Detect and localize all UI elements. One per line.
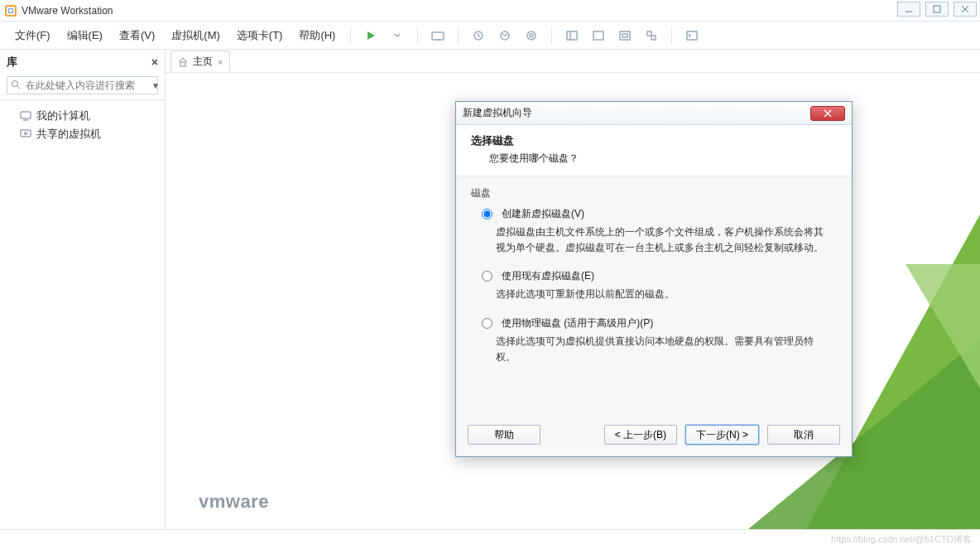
minimize-button[interactable] (897, 2, 920, 17)
radio-desc: 选择此选项可重新使用以前配置的磁盘。 (471, 285, 837, 314)
menu-help[interactable]: 帮助(H) (292, 25, 342, 46)
view-single-icon[interactable] (589, 26, 608, 45)
svg-line-9 (478, 36, 480, 37)
menu-vm[interactable]: 虚拟机(M) (165, 25, 227, 46)
app-logo-icon (5, 5, 17, 17)
library-tree: 我的计算机 共享的虚拟机 (0, 99, 165, 529)
main-area: 主页 × 连接远程服务器 vmware 新建虚拟机向导 选择磁盘 (166, 50, 980, 529)
computer-icon (20, 111, 31, 121)
dialog-body: 磁盘 创建新虚拟磁盘(V) 虚拟磁盘由主机文件系统上的一个或多个文件组成，客户机… (456, 176, 852, 417)
maximize-button[interactable] (925, 2, 949, 17)
svg-rect-16 (620, 31, 630, 40)
dialog-footer: 帮助 < 上一步(B) 下一步(N) > 取消 (456, 417, 852, 456)
library-close-icon[interactable]: × (151, 55, 158, 69)
svg-marker-4 (368, 31, 375, 40)
library-sidebar: 库 × ▼ 我的计算机 共享的虚拟机 (0, 50, 166, 529)
unity-icon[interactable] (642, 26, 661, 45)
radio-input[interactable] (482, 318, 492, 329)
content-split: 库 × ▼ 我的计算机 共享的虚拟机 主页 × (0, 50, 980, 529)
help-button[interactable]: 帮助 (468, 425, 540, 445)
search-dropdown-icon[interactable]: ▼ (151, 81, 160, 90)
window-titlebar: VMware Workstation (0, 0, 980, 22)
back-button[interactable]: < 上一步(B) (604, 425, 677, 445)
radio-desc: 虚拟磁盘由主机文件系统上的一个或多个文件组成，客户机操作系统会将其视为单个硬盘。… (471, 223, 837, 267)
radio-label[interactable]: 使用现有虚拟磁盘(E) (502, 269, 594, 283)
search-icon (11, 79, 21, 92)
radio-input[interactable] (482, 271, 492, 282)
svg-rect-17 (622, 34, 627, 37)
tree-item-mycomputer[interactable]: 我的计算机 (8, 107, 156, 125)
menu-tabs[interactable]: 选项卡(T) (230, 25, 290, 46)
window-controls (897, 2, 977, 17)
svg-rect-1 (934, 6, 940, 12)
snapshot-manager-icon[interactable] (522, 26, 540, 45)
new-vm-wizard-dialog: 新建虚拟机向导 选择磁盘 您要使用哪个磁盘？ 磁盘 创建新虚拟磁盘(V) 虚拟磁… (455, 101, 853, 457)
menu-view[interactable]: 查看(V) (113, 25, 161, 46)
radio-label[interactable]: 创建新虚拟磁盘(V) (502, 207, 584, 221)
power-on-button[interactable] (362, 26, 380, 45)
radio-physical-disk[interactable]: 使用物理磁盘 (适用于高级用户)(P) (471, 315, 837, 332)
tree-item-label: 共享的虚拟机 (36, 127, 101, 142)
radio-label[interactable]: 使用物理磁盘 (适用于高级用户)(P) (502, 316, 653, 330)
dialog-subheading: 您要使用哪个磁盘？ (471, 152, 837, 166)
snapshot-take-icon[interactable] (469, 26, 488, 45)
svg-rect-23 (21, 112, 31, 118)
library-header: 库 × (0, 50, 165, 75)
disk-group-label: 磁盘 (471, 186, 837, 200)
svg-point-21 (12, 80, 18, 86)
library-title: 库 (7, 55, 17, 70)
radio-input[interactable] (482, 209, 492, 219)
toolbar-separator (551, 26, 552, 45)
cancel-button[interactable]: 取消 (767, 425, 840, 445)
menu-file[interactable]: 文件(F) (8, 25, 57, 46)
svg-rect-20 (687, 31, 697, 40)
svg-rect-5 (432, 32, 444, 40)
radio-desc: 选择此选项可为虚拟机提供直接访问本地硬盘的权限。需要具有管理员特权。 (471, 332, 837, 377)
dialog-heading: 选择磁盘 (471, 133, 837, 148)
close-window-button[interactable] (954, 2, 977, 17)
tree-item-shared[interactable]: 共享的虚拟机 (8, 125, 156, 143)
svg-point-12 (530, 34, 533, 37)
next-button[interactable]: 下一步(N) > (685, 425, 759, 445)
view-split-icon[interactable] (563, 26, 581, 45)
dialog-titlebar[interactable]: 新建虚拟机向导 (456, 102, 852, 125)
svg-line-22 (17, 86, 20, 89)
toolbar-separator (671, 26, 672, 45)
toolbar-separator (417, 26, 418, 45)
shared-vm-icon (20, 129, 31, 139)
toolbar-separator (350, 26, 351, 45)
svg-point-26 (25, 132, 27, 135)
svg-rect-19 (651, 36, 656, 40)
window-title: VMware Workstation (22, 5, 113, 17)
menubar: 文件(F) 编辑(E) 查看(V) 虚拟机(M) 选项卡(T) 帮助(H) (0, 22, 980, 50)
library-search[interactable]: ▼ (7, 76, 158, 94)
toolbar-separator (458, 26, 459, 45)
dialog-header: 选择磁盘 您要使用哪个磁盘？ (456, 125, 852, 176)
send-ctrlaltdel-icon[interactable] (429, 26, 447, 45)
svg-rect-13 (567, 31, 577, 40)
console-icon[interactable] (683, 26, 701, 45)
dialog-title: 新建虚拟机向导 (463, 106, 532, 120)
svg-point-11 (527, 31, 536, 40)
power-dropdown-icon[interactable] (388, 26, 406, 45)
watermark-text: https://blog.csdn.net/@51CTO博客 (831, 533, 972, 546)
radio-existing-disk[interactable]: 使用现有虚拟磁盘(E) (471, 267, 837, 285)
tree-item-label: 我的计算机 (36, 108, 90, 123)
dialog-overlay: 新建虚拟机向导 选择磁盘 您要使用哪个磁盘？ 磁盘 创建新虚拟磁盘(V) 虚拟磁… (166, 50, 980, 529)
svg-rect-25 (21, 130, 31, 137)
search-input[interactable] (24, 79, 151, 92)
radio-create-new-disk[interactable]: 创建新虚拟磁盘(V) (471, 205, 837, 223)
fullscreen-icon[interactable] (616, 26, 634, 45)
dialog-close-button[interactable] (810, 106, 845, 121)
menu-edit[interactable]: 编辑(E) (60, 25, 109, 46)
svg-rect-15 (593, 31, 603, 40)
snapshot-revert-icon[interactable] (496, 26, 514, 45)
